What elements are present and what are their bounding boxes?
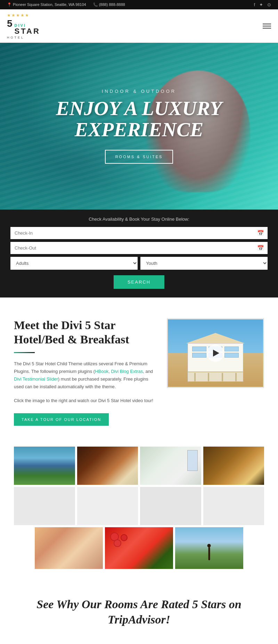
youth-select[interactable]: Youth 0 1 2 3 [140,257,268,270]
checkin-calendar-icon: 📅 [257,230,264,236]
gallery-item-spa[interactable] [35,527,103,569]
gallery-item[interactable] [203,487,264,525]
pillar [208,373,209,381]
porch [188,372,243,381]
booking-form: 📅 📅 Adults 1 2 3 4 Youth 0 1 2 3 SEARCH [10,227,268,289]
video-thumbnail[interactable] [167,318,264,388]
about-divider [14,352,35,353]
gallery-image [14,447,75,485]
logo-stars: ★★★★★ [7,13,30,18]
gallery-image [203,447,264,485]
person-head [207,544,211,547]
hero-title-line2: EXPERIENCE [56,119,222,140]
top-bar-right: f ✦ ⊙ [254,2,271,7]
site-header: ★★★★★ 5 DIVI STAR HOTEL [0,9,278,43]
hero-subtitle: INDOOR & OUTDOOR [56,89,222,94]
gallery-image-food [105,527,173,569]
window-element [187,450,198,471]
about-description-1: The Divi 5 Star Hotel Child Theme utiliz… [14,360,156,391]
divi-testimonial-link[interactable]: Divi Testimonial Slider [14,376,58,382]
gallery-item-mountain[interactable] [175,527,243,569]
pillar [194,373,196,381]
booking-bar: Check Availability & Book Your Stay Onli… [0,210,278,297]
about-text-block: Meet the Divi 5 Star Hotel/Bed & Breakfa… [14,318,156,426]
logo-number: 5 [7,18,13,29]
hero-title-line1: ENJOY A LUXURY [56,98,222,119]
gallery-item[interactable] [203,447,264,485]
ratings-heading: See Why Our Rooms Are Rated 5 Stars on T… [14,597,264,627]
logo-hotel: HOTEL [7,36,24,39]
pillar [222,373,223,381]
checkin-input[interactable] [10,227,268,239]
gallery-item[interactable] [77,487,138,525]
roof [186,333,245,343]
booking-title: Check Availability & Book Your Stay Onli… [10,217,268,222]
hamburger-line1 [263,24,271,24]
tripadvisor-icon[interactable]: ⊙ [267,2,271,7]
hamburger-line3 [263,28,271,28]
search-button[interactable]: SEARCH [114,275,164,289]
about-section: Meet the Divi 5 Star Hotel/Bed & Breakfa… [0,297,278,440]
tour-button[interactable]: TAKE A TOUR OF OUR LOCATION [14,413,109,426]
window [224,353,239,358]
pillar [235,373,237,381]
checkout-calendar-icon: 📅 [257,245,264,251]
menu-button[interactable] [263,24,271,28]
hamburger-line2 [263,26,271,26]
gallery-item[interactable] [14,487,75,525]
gallery-row-2 [14,487,264,525]
about-description-2: Click the image to the right and watch o… [14,397,156,405]
facebook-icon[interactable]: f [254,2,255,7]
hero-section: INDOOR & OUTDOOR ENJOY A LUXURY EXPERIEN… [0,43,278,210]
tomato [121,534,128,541]
adults-select[interactable]: Adults 1 2 3 4 [10,257,138,270]
gallery-item[interactable] [77,447,138,485]
checkin-wrapper: 📅 [10,227,268,239]
hero-title: ENJOY A LUXURY EXPERIENCE [56,98,222,140]
divi-blog-link[interactable]: Divi Blog Extras [111,369,143,374]
phone-icon: 📞 [93,2,98,7]
top-bar: 📍 Pioneer Square Station, Seattle, WA 98… [0,0,278,9]
gallery-image-mountain [175,527,243,569]
gallery-section [0,440,278,579]
gallery-item[interactable] [140,487,201,525]
tomato [114,539,121,547]
top-bar-left: 📍 Pioneer Square Station, Seattle, WA 98… [7,2,125,7]
ratings-section: See Why Our Rooms Are Rated 5 Stars on T… [0,579,278,634]
phone-text: 📞 (888) 888-8888 [93,2,125,7]
gallery-image-spa [35,527,103,569]
checkout-input[interactable] [10,242,268,254]
video-play-button[interactable] [207,344,224,362]
window [192,347,206,351]
window [192,353,206,358]
checkout-wrapper: 📅 [10,242,268,254]
gallery-item[interactable] [140,447,201,485]
gallery-image [77,447,138,485]
yelp-icon[interactable]: ✦ [259,2,263,7]
about-heading: Meet the Divi 5 Star Hotel/Bed & Breakfa… [14,318,156,347]
gallery-item-food[interactable] [105,527,173,569]
gallery-row-3 [14,527,264,569]
person-silhouette [208,547,210,560]
rooms-suites-button[interactable]: ROOMS & SUITES [105,150,173,164]
location-icon: 📍 [7,2,12,7]
gallery-image [140,447,201,485]
hbook-link[interactable]: HBook [95,369,108,374]
logo-star: STAR [15,27,40,35]
hero-content: INDOOR & OUTDOOR ENJOY A LUXURY EXPERIEN… [56,89,222,164]
guest-selects: Adults 1 2 3 4 Youth 0 1 2 3 [10,257,268,270]
gallery-row-1 [14,447,264,485]
address-text: 📍 Pioneer Square Station, Seattle, WA 98… [7,2,86,7]
window [224,347,239,351]
logo[interactable]: ★★★★★ 5 DIVI STAR HOTEL [7,13,40,39]
gallery-item[interactable] [14,447,75,485]
